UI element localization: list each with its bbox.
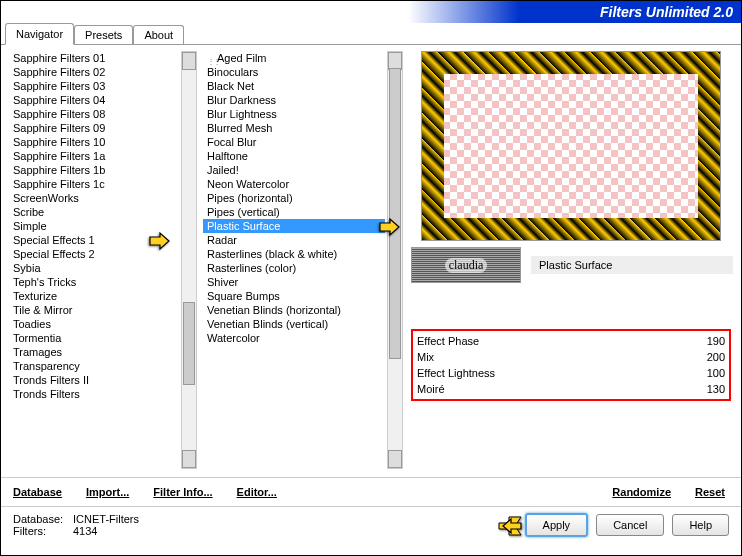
filter-item[interactable]: Blurred Mesh — [203, 121, 385, 135]
filter-item-label: Blur Darkness — [207, 94, 276, 106]
filter-item[interactable]: Watercolor — [203, 331, 385, 345]
param-value: 100 — [685, 367, 725, 379]
param-row[interactable]: Effect Phase190 — [417, 333, 725, 349]
filter-item-label: Blur Lightness — [207, 108, 277, 120]
category-item[interactable]: Texturize — [9, 289, 179, 303]
category-item[interactable]: Sapphire Filters 09 — [9, 121, 179, 135]
filter-item-label: Focal Blur — [207, 136, 257, 148]
category-item[interactable]: Tile & Mirror — [9, 303, 179, 317]
filter-item-label: Radar — [207, 234, 237, 246]
watermark-text: claudia — [445, 258, 488, 273]
filter-item[interactable]: Rasterlines (black & white) — [203, 247, 385, 261]
filter-item[interactable]: Pipes (horizontal) — [203, 191, 385, 205]
category-item[interactable]: Tramages — [9, 345, 179, 359]
filter-item[interactable]: Black Net — [203, 79, 385, 93]
filter-item[interactable]: Focal Blur — [203, 135, 385, 149]
param-value: 130 — [685, 383, 725, 395]
randomize-button[interactable]: Randomize — [612, 486, 671, 498]
dialog-buttons: Apply Cancel Help — [525, 513, 729, 537]
param-label: Effect Lightness — [417, 367, 495, 379]
filter-item-label: Black Net — [207, 80, 254, 92]
filter-item[interactable]: Aged Film — [203, 51, 385, 65]
filter-item[interactable]: Halftone — [203, 149, 385, 163]
category-item[interactable]: Simple — [9, 219, 179, 233]
editor-button[interactable]: Editor... — [237, 486, 277, 498]
filter-item[interactable]: Binoculars — [203, 65, 385, 79]
filter-item[interactable]: Square Bumps — [203, 289, 385, 303]
app-title: Filters Unlimited 2.0 — [600, 4, 733, 20]
parameters-panel: Effect Phase190Mix200Effect Lightness100… — [411, 329, 731, 401]
database-button[interactable]: Database — [13, 486, 62, 498]
filter-item[interactable]: Pipes (vertical) — [203, 205, 385, 219]
toolbar: Database Import... Filter Info... Editor… — [1, 477, 741, 507]
filter-list[interactable]: Aged FilmBinocularsBlack NetBlur Darknes… — [203, 51, 403, 469]
category-item[interactable]: Special Effects 1 — [9, 233, 179, 247]
filter-item[interactable]: Blur Lightness — [203, 107, 385, 121]
title-bar: Filters Unlimited 2.0 — [1, 1, 741, 23]
category-item[interactable]: Sapphire Filters 01 — [9, 51, 179, 65]
param-row[interactable]: Effect Lightness100 — [417, 365, 725, 381]
filter-item[interactable]: Venetian Blinds (vertical) — [203, 317, 385, 331]
category-item[interactable]: Sybia — [9, 261, 179, 275]
category-scrollbar[interactable] — [181, 51, 197, 469]
filter-item-label: Pipes (vertical) — [207, 206, 280, 218]
tab-presets[interactable]: Presets — [74, 25, 133, 44]
category-item[interactable]: Sapphire Filters 08 — [9, 107, 179, 121]
category-column: Sapphire Filters 01Sapphire Filters 02Sa… — [9, 51, 197, 473]
category-item[interactable]: Sapphire Filters 10 — [9, 135, 179, 149]
category-item[interactable]: Toadies — [9, 317, 179, 331]
filter-item[interactable]: Radar — [203, 233, 385, 247]
category-item[interactable]: Sapphire Filters 1a — [9, 149, 179, 163]
filter-item-label: Jailed! — [207, 164, 239, 176]
preview-image — [421, 51, 721, 241]
param-label: Effect Phase — [417, 335, 479, 347]
cancel-button[interactable]: Cancel — [596, 514, 664, 536]
param-value: 200 — [685, 351, 725, 363]
category-item[interactable]: Sapphire Filters 1b — [9, 163, 179, 177]
category-item[interactable]: Sapphire Filters 04 — [9, 93, 179, 107]
filter-item-label: Shiver — [207, 276, 238, 288]
filter-item[interactable]: Neon Watercolor — [203, 177, 385, 191]
param-row[interactable]: Moiré130 — [417, 381, 725, 397]
filter-item[interactable]: Venetian Blinds (horizontal) — [203, 303, 385, 317]
category-item[interactable]: Sapphire Filters 03 — [9, 79, 179, 93]
help-button[interactable]: Help — [672, 514, 729, 536]
filter-item[interactable]: Blur Darkness — [203, 93, 385, 107]
filter-item-label: Neon Watercolor — [207, 178, 289, 190]
category-item[interactable]: Sapphire Filters 02 — [9, 65, 179, 79]
filter-item[interactable]: Rasterlines (color) — [203, 261, 385, 275]
filter-item-label: Halftone — [207, 150, 248, 162]
param-row[interactable]: Mix200 — [417, 349, 725, 365]
tab-strip: Navigator Presets About — [1, 23, 741, 45]
category-item[interactable]: Tronds Filters — [9, 387, 179, 401]
db-value: ICNET-Filters — [73, 513, 139, 525]
apply-button[interactable]: Apply — [525, 513, 589, 537]
filter-item-label: Aged Film — [217, 52, 267, 64]
param-value: 190 — [685, 335, 725, 347]
filters-count-label: Filters: — [13, 525, 73, 537]
category-item[interactable]: Sapphire Filters 1c — [9, 177, 179, 191]
filter-item-label: Rasterlines (color) — [207, 262, 296, 274]
filter-item[interactable]: Jailed! — [203, 163, 385, 177]
filter-item-label: Rasterlines (black & white) — [207, 248, 337, 260]
filters-count-value: 4134 — [73, 525, 97, 537]
filter-item[interactable]: Plastic Surface — [203, 219, 385, 233]
category-item[interactable]: Tronds Filters II — [9, 373, 179, 387]
reset-button[interactable]: Reset — [695, 486, 725, 498]
import-button[interactable]: Import... — [86, 486, 129, 498]
category-item[interactable]: Teph's Tricks — [9, 275, 179, 289]
tab-navigator[interactable]: Navigator — [5, 23, 74, 45]
category-item[interactable]: Scribe — [9, 205, 179, 219]
category-list[interactable]: Sapphire Filters 01Sapphire Filters 02Sa… — [9, 51, 197, 469]
param-label: Moiré — [417, 383, 445, 395]
filter-scrollbar[interactable] — [387, 51, 403, 469]
filter-item-label: Square Bumps — [207, 290, 280, 302]
category-item[interactable]: Transparency — [9, 359, 179, 373]
db-label: Database: — [13, 513, 73, 525]
filter-item[interactable]: Shiver — [203, 275, 385, 289]
category-item[interactable]: ScreenWorks — [9, 191, 179, 205]
tab-about[interactable]: About — [133, 25, 184, 44]
category-item[interactable]: Tormentia — [9, 331, 179, 345]
filter-info-button[interactable]: Filter Info... — [153, 486, 212, 498]
category-item[interactable]: Special Effects 2 — [9, 247, 179, 261]
